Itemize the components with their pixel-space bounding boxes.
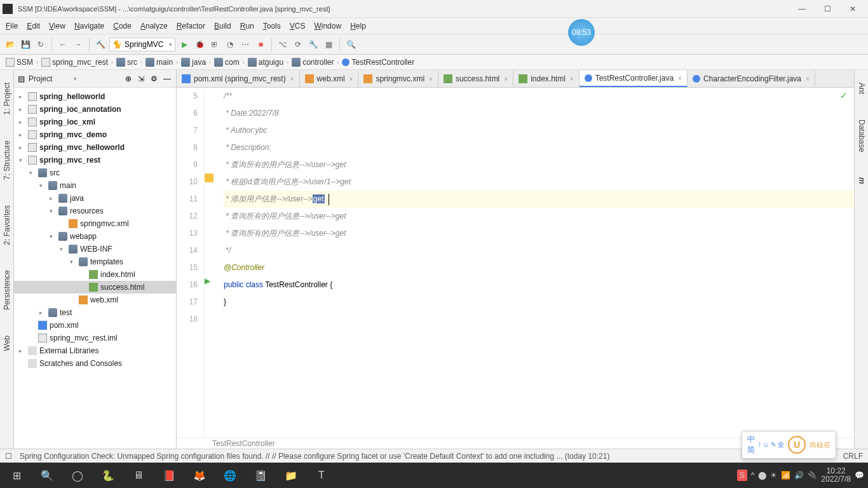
structure-icon[interactable]: ▦: [322, 38, 335, 51]
tab-springmvc.xml[interactable]: springmvc.xml×: [358, 71, 438, 87]
menu-code[interactable]: Code: [109, 20, 136, 32]
dock-project[interactable]: 1: Project: [3, 83, 11, 115]
tab-TestRestController.java[interactable]: TestRestController.java×: [580, 71, 688, 87]
tree-item[interactable]: ▸test: [14, 306, 176, 319]
tab-pom.xml (spring_mvc_rest)[interactable]: pom.xml (spring_mvc_rest)×: [177, 71, 300, 87]
attach-icon[interactable]: ⋯: [239, 38, 252, 51]
tab-web.xml[interactable]: web.xml×: [300, 71, 359, 87]
profile-icon[interactable]: ◔: [224, 38, 236, 51]
crumb-com[interactable]: com: [212, 58, 241, 67]
sync-icon[interactable]: ↻: [34, 38, 47, 51]
crumb-controller[interactable]: controller: [290, 58, 336, 67]
tree-item[interactable]: ▸External Libraries: [14, 344, 176, 357]
tree-item[interactable]: ▸spring_mvc_helloworld: [14, 141, 176, 154]
tab-success.html[interactable]: success.html×: [438, 71, 513, 87]
taskbar-app[interactable]: 📕: [156, 465, 182, 485]
save-all-icon[interactable]: 💾: [19, 38, 32, 51]
tree-item[interactable]: ▾webapp: [14, 230, 176, 243]
crumb-src[interactable]: src: [114, 58, 139, 67]
tree-item[interactable]: ▸spring_ioc_annotation: [14, 103, 176, 116]
tree-item[interactable]: ▸spring_ioc_xml: [14, 116, 176, 128]
tree-item[interactable]: success.html: [14, 281, 176, 294]
dock-ant[interactable]: Ant: [857, 83, 866, 94]
crumb-atguigu[interactable]: atguigu: [246, 58, 285, 67]
search-icon[interactable]: 🔍: [344, 38, 357, 51]
tree-item[interactable]: ▾templates: [14, 255, 176, 268]
tree-item[interactable]: springmvc.xml: [14, 217, 176, 230]
tree-item[interactable]: pom.xml: [14, 319, 176, 332]
vcs-icon[interactable]: ⌥: [276, 38, 289, 51]
tree-item[interactable]: ▾spring_mvc_rest: [14, 154, 176, 166]
tree-item[interactable]: web.xml: [14, 294, 176, 306]
crumb-spring_mvc_rest[interactable]: spring_mvc_rest: [39, 58, 110, 67]
project-tree[interactable]: ▸spring_helloworld▸spring_ioc_annotation…: [14, 88, 176, 449]
locate-icon[interactable]: ⊕: [125, 74, 134, 83]
taskbar-app[interactable]: 🦊: [187, 465, 212, 485]
dock-favorites[interactable]: 2: Favorites: [3, 205, 11, 245]
dock-database[interactable]: Database: [857, 119, 866, 152]
dock-structure[interactable]: 7: Structure: [3, 140, 11, 180]
taskbar-app[interactable]: 🔍: [34, 465, 60, 485]
tree-item[interactable]: spring_mvc_rest.iml: [14, 332, 176, 344]
stop-icon[interactable]: ■: [254, 38, 267, 51]
menu-help[interactable]: Help: [346, 20, 370, 32]
taskbar-app[interactable]: ⊞: [4, 465, 29, 485]
taskbar-app[interactable]: 🖥: [126, 465, 151, 485]
crumb-java[interactable]: java: [179, 58, 208, 67]
tree-item[interactable]: ▸spring_helloworld: [14, 90, 176, 103]
windows-taskbar[interactable]: ⊞🔍◯🐍🖥📕🦊🌐📓📁TS^⬤☀📶🔊🔌10:222022/7/8💬: [0, 463, 868, 488]
status-message[interactable]: Spring Configuration Check: Unmapped Spr…: [20, 452, 776, 461]
menu-edit[interactable]: Edit: [22, 20, 44, 32]
code-editor[interactable]: ✓ 56789101112131415161718 ▶ /** * Date:2…: [177, 88, 854, 437]
tree-item[interactable]: ▾resources: [14, 205, 176, 217]
dock-web[interactable]: Web: [3, 336, 11, 351]
tree-item[interactable]: Scratches and Consoles: [14, 357, 176, 370]
tree-item[interactable]: ▾src: [14, 166, 176, 179]
maximize-button[interactable]: ☐: [815, 0, 840, 18]
tree-item[interactable]: index.html: [14, 268, 176, 281]
tree-item[interactable]: ▸spring_mvc_demo: [14, 128, 176, 141]
coverage-icon[interactable]: ⛨: [208, 38, 221, 51]
back-icon[interactable]: ←: [57, 38, 69, 51]
taskbar-app[interactable]: 📓: [248, 465, 273, 485]
menu-vcs[interactable]: VCS: [285, 20, 310, 32]
tab-index.html[interactable]: index.html×: [513, 71, 580, 87]
taskbar-app[interactable]: 🐍: [95, 465, 121, 485]
menu-run[interactable]: Run: [236, 20, 259, 32]
dock-maven[interactable]: m: [857, 177, 866, 184]
taskbar-app[interactable]: ◯: [65, 465, 90, 485]
code-lines[interactable]: /** * Date:2022/7/8 * Author:ybc * Descr…: [217, 88, 854, 437]
dock-persistence[interactable]: Persistence: [3, 270, 11, 310]
run-config-select[interactable]: 🐈 SpringMVC: [109, 37, 175, 51]
menu-tools[interactable]: Tools: [259, 20, 285, 32]
menu-refactor[interactable]: Refactor: [172, 20, 210, 32]
tree-item[interactable]: ▾WEB-INF: [14, 243, 176, 255]
update-icon[interactable]: ⟳: [292, 38, 304, 51]
menu-navigate[interactable]: Navigate: [70, 20, 109, 32]
build-icon[interactable]: 🔨: [94, 38, 107, 51]
crumb-SSM[interactable]: SSM: [4, 58, 35, 67]
minimize-button[interactable]: —: [789, 0, 815, 18]
hide-icon[interactable]: —: [163, 74, 172, 83]
run-icon[interactable]: ▶: [178, 38, 191, 51]
run-class-gutter-icon[interactable]: ▶: [205, 276, 214, 285]
collapse-icon[interactable]: ⇲: [138, 74, 147, 83]
debug-icon[interactable]: 🐞: [193, 38, 206, 51]
menu-view[interactable]: View: [44, 20, 70, 32]
gear-icon[interactable]: ⚙: [151, 74, 159, 83]
ime-indicator[interactable]: 中简 ⁞ ☺ ✎ 全 U 尚硅谷: [742, 431, 836, 459]
close-button[interactable]: ✕: [840, 0, 865, 18]
tab-CharacterEncodingFilter.java[interactable]: CharacterEncodingFilter.java×: [688, 71, 815, 87]
menu-build[interactable]: Build: [210, 20, 236, 32]
status-line-ending[interactable]: CRLF: [843, 452, 863, 461]
taskbar-app[interactable]: 🌐: [217, 465, 243, 485]
crumb-TestRestController[interactable]: TestRestController: [340, 58, 416, 67]
settings-icon[interactable]: 🔧: [307, 38, 320, 51]
taskbar-app[interactable]: T: [309, 465, 334, 485]
taskbar-app[interactable]: 📁: [278, 465, 304, 485]
system-tray[interactable]: S^⬤☀📶🔊🔌10:222022/7/8💬: [737, 467, 864, 484]
menu-analyze[interactable]: Analyze: [136, 20, 172, 32]
open-icon[interactable]: 📂: [4, 38, 17, 51]
crumb-main[interactable]: main: [144, 58, 175, 67]
tree-item[interactable]: ▾main: [14, 179, 176, 192]
